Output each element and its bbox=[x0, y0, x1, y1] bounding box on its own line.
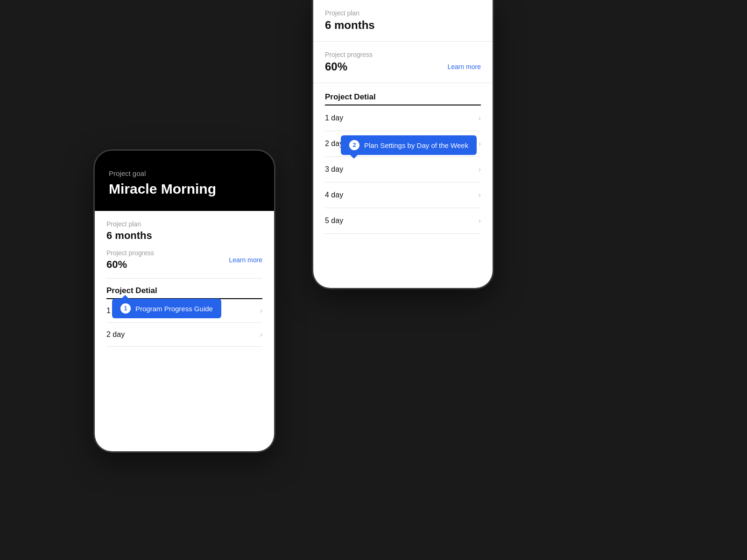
tooltip-program-progress: 1 Program Progress Guide bbox=[112, 299, 221, 318]
right-progress-section: Project progress 60% Learn more bbox=[313, 42, 493, 83]
learn-more-right[interactable]: Learn more bbox=[447, 63, 481, 70]
tooltip-badge-2: 2 bbox=[349, 140, 359, 150]
tooltip-plan-settings: 2 Plan Settings by Day of the Week bbox=[341, 135, 477, 155]
list-item[interactable]: 1 day › bbox=[325, 105, 481, 131]
plan-value-left: 6 months bbox=[106, 230, 262, 242]
detail-title-right: Project Detial bbox=[325, 92, 481, 102]
chevron-right-icon: › bbox=[260, 307, 262, 315]
chevron-right-icon: › bbox=[479, 217, 481, 225]
detail-title-left: Project Detial bbox=[106, 286, 262, 295]
progress-label-left: Project progress bbox=[106, 249, 154, 257]
day-label: 1 day bbox=[325, 114, 343, 122]
progress-value-right: 60% bbox=[325, 60, 347, 73]
right-plan-section: Project plan 6 months bbox=[313, 0, 493, 42]
day-label: 5 day bbox=[325, 217, 343, 225]
learn-more-left[interactable]: Learn more bbox=[229, 256, 262, 264]
day-list-right: 1 day › 2 day › 3 day › 4 day › 5 day › bbox=[313, 105, 493, 234]
tooltip-label-2: Plan Settings by Day of the Week bbox=[364, 141, 468, 149]
day-label: 4 day bbox=[325, 191, 343, 199]
tooltip-label-1: Program Progress Guide bbox=[135, 305, 213, 313]
list-item[interactable]: 2 day › bbox=[106, 323, 262, 347]
plan-value-right: 6 months bbox=[325, 19, 481, 32]
chevron-right-icon: › bbox=[479, 165, 481, 174]
right-detail-header: Project Detial bbox=[313, 83, 493, 105]
list-item[interactable]: 3 day › bbox=[325, 157, 481, 182]
goal-title: Miracle Morning bbox=[109, 181, 260, 197]
chevron-right-icon: › bbox=[479, 114, 481, 122]
progress-value-left: 60% bbox=[106, 259, 154, 271]
list-item[interactable]: 4 day › bbox=[325, 182, 481, 208]
chevron-right-icon: › bbox=[479, 140, 481, 148]
progress-label-right: Project progress bbox=[325, 51, 481, 58]
day-label: 2 day bbox=[106, 330, 125, 339]
day-label: 3 day bbox=[325, 165, 343, 174]
goal-label: Project goal bbox=[109, 169, 260, 177]
chevron-right-icon: › bbox=[260, 330, 262, 339]
list-item[interactable]: 5 day › bbox=[325, 208, 481, 234]
tooltip-badge-1: 1 bbox=[120, 303, 131, 314]
plan-label-left: Project plan bbox=[106, 220, 262, 228]
chevron-right-icon: › bbox=[479, 191, 481, 199]
plan-label-right: Project plan bbox=[325, 9, 481, 17]
